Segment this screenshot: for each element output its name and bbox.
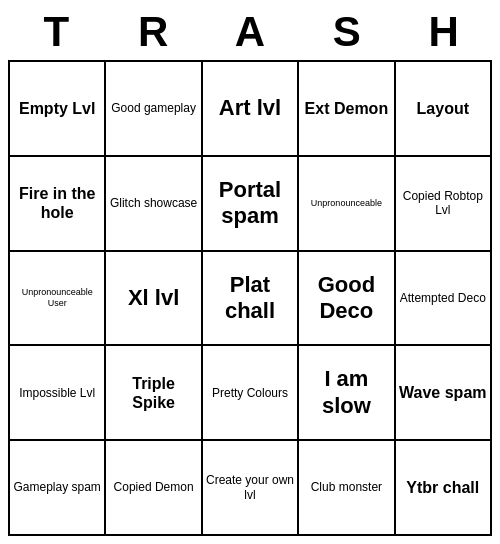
cell-r0-c3[interactable]: Ext Demon [299,62,395,157]
cell-r4-c0[interactable]: Gameplay spam [10,441,106,536]
cell-r0-c4[interactable]: Layout [396,62,492,157]
cell-r3-c0[interactable]: Impossible Lvl [10,346,106,441]
cell-text-r0-c4: Layout [417,99,469,118]
cell-r1-c3[interactable]: Unpronounceable [299,157,395,252]
title-letter-a: A [202,8,299,56]
cell-text-r4-c1: Copied Demon [114,480,194,494]
cell-r2-c0[interactable]: Unpronounceable User [10,252,106,347]
cell-r4-c4[interactable]: Ytbr chall [396,441,492,536]
cell-text-r2-c0: Unpronounceable User [13,287,101,309]
cell-text-r2-c2: Plat chall [206,272,294,325]
cell-text-r1-c0: Fire in the hole [13,184,101,222]
cell-text-r3-c2: Pretty Colours [212,386,288,400]
cell-r3-c3[interactable]: I am slow [299,346,395,441]
cell-text-r1-c4: Copied Robtop Lvl [399,189,487,218]
cell-r2-c1[interactable]: Xl lvl [106,252,202,347]
cell-r1-c4[interactable]: Copied Robtop Lvl [396,157,492,252]
bingo-grid: Empty LvlGood gameplayArt lvlExt DemonLa… [8,60,492,536]
cell-r4-c2[interactable]: Create your own lvl [203,441,299,536]
cell-text-r0-c2: Art lvl [219,95,281,121]
cell-r0-c0[interactable]: Empty Lvl [10,62,106,157]
cell-r2-c4[interactable]: Attempted Deco [396,252,492,347]
cell-text-r2-c4: Attempted Deco [400,291,486,305]
cell-text-r4-c2: Create your own lvl [206,473,294,502]
cell-r3-c1[interactable]: Triple Spike [106,346,202,441]
cell-text-r4-c3: Club monster [311,480,382,494]
cell-text-r1-c3: Unpronounceable [311,198,382,209]
title-letter-t: T [8,8,105,56]
cell-text-r1-c1: Glitch showcase [110,196,197,210]
cell-text-r3-c4: Wave spam [399,383,486,402]
cell-r2-c2[interactable]: Plat chall [203,252,299,347]
cell-r2-c3[interactable]: Good Deco [299,252,395,347]
cell-r4-c1[interactable]: Copied Demon [106,441,202,536]
cell-r1-c0[interactable]: Fire in the hole [10,157,106,252]
cell-r0-c1[interactable]: Good gameplay [106,62,202,157]
cell-text-r0-c1: Good gameplay [111,101,196,115]
cell-r1-c1[interactable]: Glitch showcase [106,157,202,252]
bingo-header: TRASH [8,8,492,56]
cell-text-r4-c0: Gameplay spam [14,480,101,494]
cell-text-r4-c4: Ytbr chall [406,478,479,497]
cell-text-r3-c0: Impossible Lvl [19,386,95,400]
cell-text-r0-c3: Ext Demon [305,99,389,118]
cell-r3-c4[interactable]: Wave spam [396,346,492,441]
cell-text-r2-c3: Good Deco [302,272,390,325]
cell-text-r1-c2: Portal spam [206,177,294,230]
cell-text-r2-c1: Xl lvl [128,285,179,311]
title-letter-h: H [395,8,492,56]
cell-r1-c2[interactable]: Portal spam [203,157,299,252]
title-letter-s: S [298,8,395,56]
cell-r3-c2[interactable]: Pretty Colours [203,346,299,441]
cell-r4-c3[interactable]: Club monster [299,441,395,536]
cell-r0-c2[interactable]: Art lvl [203,62,299,157]
cell-text-r3-c3: I am slow [302,366,390,419]
cell-text-r0-c0: Empty Lvl [19,99,95,118]
cell-text-r3-c1: Triple Spike [109,374,197,412]
title-letter-r: R [105,8,202,56]
